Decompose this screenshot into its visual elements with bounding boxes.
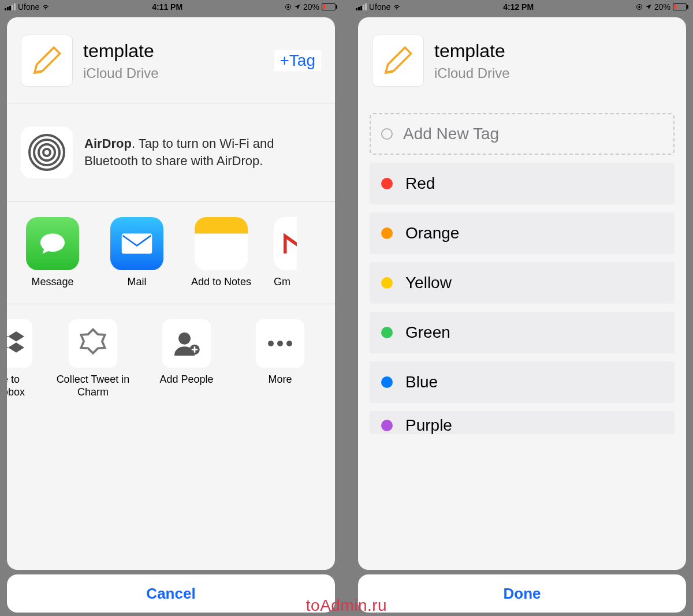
app-label: Gm (274, 276, 290, 289)
file-location: iCloud Drive (83, 65, 264, 81)
action-label: e to obox (7, 374, 37, 398)
pencil-icon (382, 44, 414, 77)
share-apps-row[interactable]: Message Mail Add to Notes (7, 202, 335, 304)
file-title: template (434, 40, 672, 62)
tag-row-purple[interactable]: Purple (370, 411, 675, 434)
carrier-label: Ufone (369, 2, 390, 12)
wifi-icon (393, 3, 401, 11)
file-location: iCloud Drive (434, 65, 672, 81)
battery-icon (673, 3, 688, 10)
app-gmail[interactable]: Gm (274, 217, 297, 289)
message-icon (36, 227, 69, 260)
file-title: template (83, 40, 264, 62)
carrier-label: Ufone (18, 2, 39, 12)
location-icon (294, 3, 301, 10)
svg-point-10 (277, 341, 283, 346)
pencil-icon (31, 44, 63, 77)
tag-label: Green (405, 323, 450, 342)
app-label: Mail (127, 276, 146, 289)
app-label: Message (31, 276, 73, 289)
signal-icon (5, 3, 16, 10)
tag-label: Red (405, 174, 435, 193)
tag-row-blue[interactable]: Blue (370, 361, 675, 403)
tag-dot-icon (381, 178, 393, 189)
airdrop-text: AirDrop. Tap to turn on Wi-Fi and Blueto… (84, 135, 321, 169)
tag-label: Blue (405, 373, 438, 391)
app-message[interactable]: Message (21, 217, 84, 289)
action-more[interactable]: More (243, 319, 318, 386)
action-collect-tweet[interactable]: Collect Tweet in Charm (55, 319, 131, 398)
status-bar: Ufone 4:12 PM 20% (351, 0, 693, 14)
tag-dot-icon (381, 227, 393, 239)
status-bar: Ufone 4:11 PM 20% (0, 0, 342, 14)
tag-dot-icon (381, 376, 393, 388)
svg-rect-13 (638, 6, 640, 9)
add-tag-button[interactable]: +Tag (274, 50, 322, 71)
location-icon (645, 3, 652, 10)
battery-icon (322, 3, 337, 10)
action-dropbox[interactable]: e to obox (7, 319, 37, 398)
app-label: Add to Notes (191, 276, 251, 289)
add-tag-placeholder: Add New Tag (403, 125, 499, 143)
tag-row-yellow[interactable]: Yellow (370, 262, 675, 304)
add-new-tag-input[interactable]: Add New Tag (370, 113, 675, 155)
action-label: Collect Tweet in Charm (55, 374, 131, 398)
svg-point-11 (286, 341, 292, 346)
svg-point-2 (43, 149, 50, 156)
action-label: Add People (159, 374, 213, 386)
signal-icon (356, 3, 367, 10)
svg-rect-6 (122, 234, 152, 254)
orientation-lock-icon (285, 3, 292, 10)
charm-icon (76, 326, 110, 361)
more-icon (266, 339, 294, 348)
file-thumbnail (372, 35, 424, 87)
tag-label: Purple (405, 416, 452, 434)
tag-sheet: template iCloud Drive Add New Tag Red Or… (358, 17, 686, 570)
file-thumbnail (21, 35, 73, 87)
tag-row-orange[interactable]: Orange (370, 212, 675, 254)
wifi-icon (42, 3, 50, 11)
battery-pct: 20% (654, 2, 670, 12)
cancel-button[interactable]: Cancel (7, 574, 335, 613)
tag-row-red[interactable]: Red (370, 163, 675, 204)
app-mail[interactable]: Mail (105, 217, 169, 289)
share-actions-row[interactable]: e to obox Collect Tweet in Charm Add Peo… (7, 304, 335, 398)
tag-label: Orange (405, 224, 459, 242)
action-add-people[interactable]: Add People (149, 319, 224, 386)
status-time: 4:11 PM (152, 2, 182, 12)
airdrop-icon (21, 126, 73, 178)
file-header: template iCloud Drive (358, 17, 686, 103)
share-sheet: template iCloud Drive +Tag AirDrop. Tap … (7, 17, 335, 570)
svg-point-9 (268, 341, 274, 346)
app-notes[interactable]: Add to Notes (189, 217, 253, 289)
airdrop-row[interactable]: AirDrop. Tap to turn on Wi-Fi and Blueto… (7, 103, 335, 201)
tag-dot-icon (381, 277, 393, 289)
empty-circle-icon (381, 128, 393, 140)
tag-label: Yellow (405, 274, 452, 292)
tag-dot-icon (381, 327, 393, 338)
svg-point-3 (39, 144, 55, 160)
svg-point-7 (178, 333, 191, 345)
tag-dot-icon (381, 420, 393, 431)
gmail-icon (283, 231, 297, 256)
status-time: 4:12 PM (503, 2, 534, 12)
phone-right: Ufone 4:12 PM 20% template iClou (351, 0, 693, 616)
dropbox-icon (7, 327, 24, 360)
tag-row-green[interactable]: Green (370, 312, 675, 353)
add-people-icon (170, 327, 203, 360)
orientation-lock-icon (636, 3, 643, 10)
file-header: template iCloud Drive +Tag (7, 17, 335, 103)
tag-list: Add New Tag Red Orange Yellow Green (358, 103, 686, 434)
phone-left: Ufone 4:11 PM 20% template (0, 0, 342, 616)
mail-icon (121, 232, 153, 255)
battery-pct: 20% (303, 2, 319, 12)
action-label: More (268, 374, 292, 386)
svg-rect-1 (287, 6, 289, 9)
done-button[interactable]: Done (358, 574, 686, 613)
